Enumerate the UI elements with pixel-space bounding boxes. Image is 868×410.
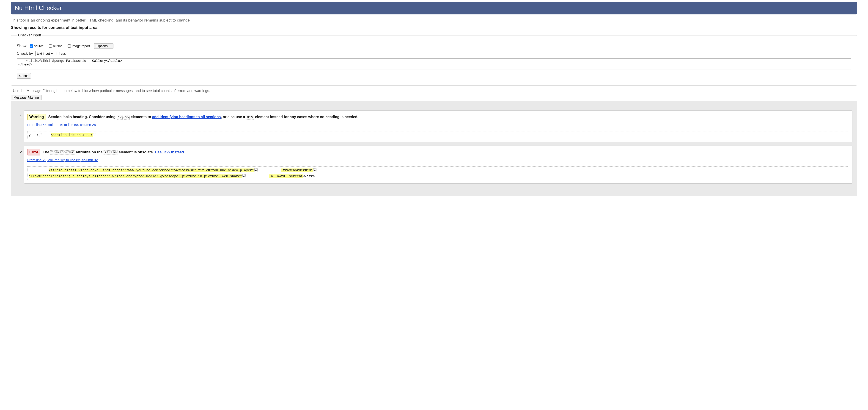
source-extract: <iframe class="video-cake" src="https://… [27,166,848,180]
check-by-row: Check by text input css [17,51,851,56]
code-div: div [246,115,254,119]
highlighted-code: frameborder="0" [281,169,313,172]
page-header: Nu Html Checker [11,2,857,14]
code-h6: h6 [124,115,130,119]
newline-marker: ↩ [254,169,257,172]
css-checkbox-text: css [61,52,66,56]
source-checkbox-label[interactable]: source [29,44,44,48]
source-extract: y -->↩ <section id="photos">↩ [27,131,848,139]
use-css-link[interactable]: Use CSS instead [155,150,184,154]
message-item-error: Error The frameborder attribute on the i… [24,146,852,183]
code-frameborder: frameborder [50,150,75,155]
newline-marker: ↩ [313,169,316,172]
source-checkbox-text: source [34,44,44,48]
warning-tag: Warning [27,114,46,120]
message-list: Warning Section lacks heading. Consider … [16,110,852,183]
highlighted-code: <section id="photos"> [51,133,93,137]
headings-link[interactable]: add identifying headings to all sections [152,115,221,119]
outline-checkbox-text: outline [53,44,63,48]
error-tag: Error [27,149,40,156]
css-checkbox-label[interactable]: css [56,51,66,56]
css-checkbox[interactable] [57,52,60,55]
source-textarea[interactable] [17,58,851,70]
message-text: The frameborder attribute on the iframe … [43,150,185,154]
message-location: From line 58, column 5; to line 58, colu… [27,122,848,128]
options-button[interactable]: Options… [94,43,113,49]
highlighted-code: <iframe class="video-cake" src="https://… [49,169,254,172]
highlighted-code: allowfullscreen> [269,174,303,178]
outline-checkbox-label[interactable]: outline [48,44,63,48]
message-filtering-button[interactable]: Message Filtering [11,95,41,100]
image-report-checkbox-label[interactable]: image report [67,44,90,48]
image-report-checkbox-text: image report [72,44,90,48]
message-item-warning: Warning Section lacks heading. Consider … [24,110,852,142]
location-link[interactable]: From line 79, column 13; to line 82, col… [27,158,98,162]
newline-marker: ↩ [242,174,246,178]
results-heading: Showing results for contents of text-inp… [11,25,857,30]
message-text: Section lacks heading. Consider using h2… [48,115,359,119]
code-iframe: iframe [103,150,118,155]
outline-checkbox[interactable] [49,44,52,47]
tool-subtitle: This tool is an ongoing experiment in be… [11,18,857,23]
source-checkbox[interactable] [30,44,33,47]
check-by-select[interactable]: text input [35,51,54,56]
filter-hint: Use the Message Filtering button below t… [13,89,855,93]
check-row: Check [17,73,851,78]
checker-input-fieldset: Checker Input Show source outline image … [11,33,857,86]
show-label: Show [17,44,27,48]
message-location: From line 79, column 13; to line 82, col… [27,157,848,163]
check-button[interactable]: Check [17,73,31,78]
location-link[interactable]: From line 58, column 5; to line 58, colu… [27,123,96,127]
code-h2: h2 [117,115,123,119]
image-report-checkbox[interactable] [68,44,71,47]
newline-marker: ↩ [93,133,96,137]
highlighted-code: allow="accelerometer; autoplay; clipboar… [29,174,242,178]
newline-marker: ↩ [39,133,42,137]
show-row: Show source outline image report Options… [17,43,851,49]
results-panel: Warning Section lacks heading. Consider … [11,101,857,196]
check-by-label: Check by [17,51,33,56]
checker-input-legend: Checker Input [17,33,42,37]
page-title: Nu Html Checker [15,5,853,12]
